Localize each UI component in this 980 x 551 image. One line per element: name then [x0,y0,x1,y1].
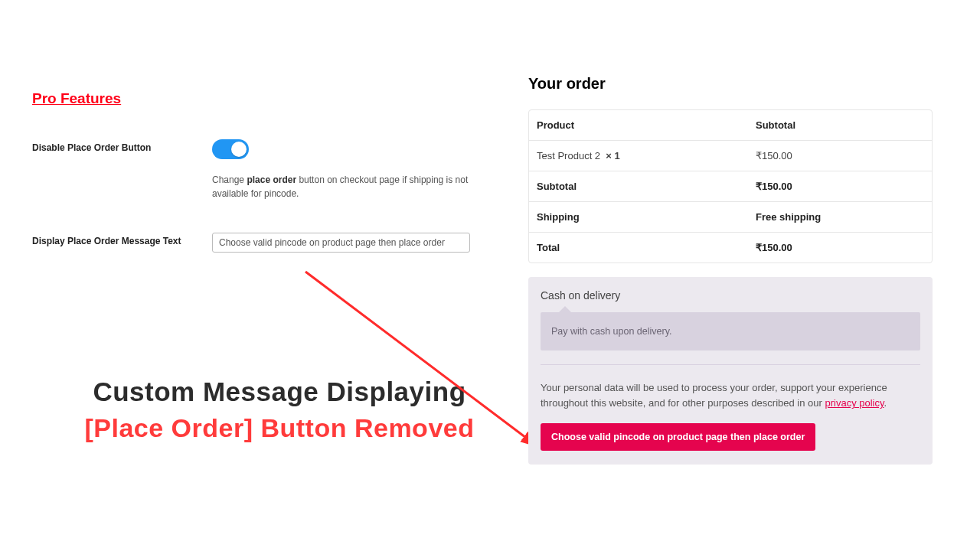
payment-section: Cash on delivery Pay with cash upon deli… [528,277,933,465]
privacy-notice: Your personal data will be used to proce… [541,380,920,411]
total-value: ₹150.00 [756,242,924,253]
header-subtotal: Subtotal [756,119,924,131]
order-table: Product Subtotal Test Product 2 × 1 ₹150… [528,109,933,263]
toggle-disable-place-order[interactable] [212,139,249,159]
payment-description: Pay with cash upon delivery. [551,326,910,337]
subtotal-label: Subtotal [537,181,756,192]
toggle-knob [231,142,247,157]
shipping-value: Free shipping [756,211,924,223]
privacy-policy-link[interactable]: privacy policy [825,397,884,409]
order-table-item-row: Test Product 2 × 1 ₹150.00 [529,141,932,171]
place-order-message-button[interactable]: Choose valid pincode on product page the… [541,423,815,451]
toggle-description: Change place order button on checkout pa… [212,173,503,201]
payment-description-box: Pay with cash upon delivery. [541,312,920,350]
setting-label: Disable Place Order Button [32,139,212,153]
subtotal-value: ₹150.00 [756,181,924,192]
order-table-header: Product Subtotal [529,110,932,141]
your-order-heading: Your order [528,75,933,93]
product-name: Test Product 2 [537,150,600,161]
order-subtotal-row: Subtotal ₹150.00 [529,171,932,202]
header-product: Product [537,119,756,131]
setting-disable-place-order: Disable Place Order Button Change place … [32,139,507,201]
setting-label: Display Place Order Message Text [32,233,212,246]
product-price: ₹150.00 [756,150,924,161]
setting-display-message-text: Display Place Order Message Text [32,233,507,253]
product-quantity: × 1 [606,150,619,161]
annotation-line-2: [Place Order] Button Removed [57,413,501,443]
total-label: Total [537,242,756,253]
payment-method-label: Cash on delivery [541,289,920,302]
shipping-label: Shipping [537,211,756,223]
message-text-input[interactable] [212,233,470,253]
annotation-caption: Custom Message Displaying [Place Order] … [57,377,501,443]
order-total-row: Total ₹150.00 [529,233,932,262]
order-shipping-row: Shipping Free shipping [529,202,932,233]
annotation-line-1: Custom Message Displaying [57,377,501,407]
pro-features-heading: Pro Features [32,90,507,107]
